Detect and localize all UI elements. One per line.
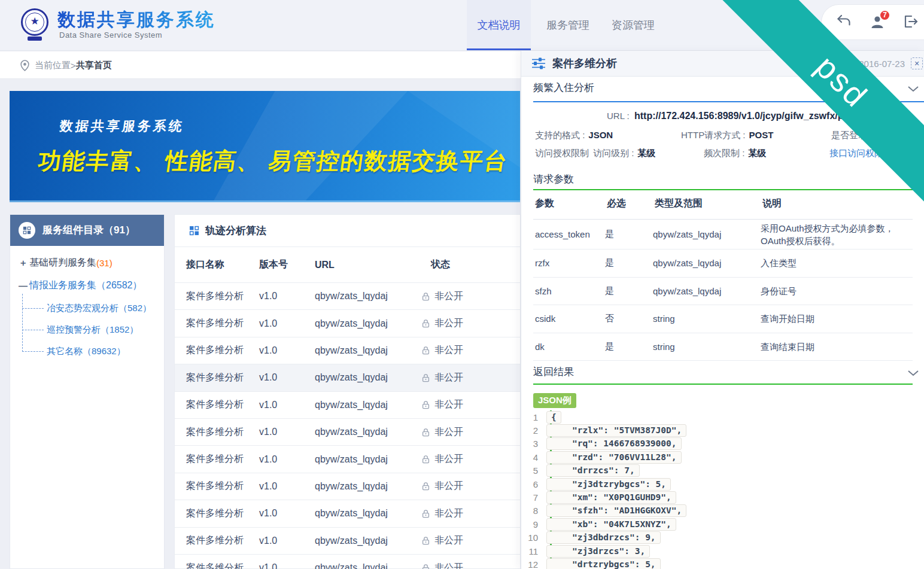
table-row[interactable]: 案件多维分析 v1.0 qbyw/zats_lqydaj 非公开 (175, 473, 520, 500)
section-divider-green (533, 384, 913, 385)
interface-name-cell: 案件多维分析 (175, 507, 259, 520)
tree-label: 巡控预警分析（1852） (47, 324, 138, 336)
breadcrumb-separator: > (71, 60, 76, 71)
screen: ★ 数据共享服务系统 Data Share Service System 文档说… (0, 0, 924, 569)
section-title-result: 返回结果 (533, 365, 574, 379)
code-text: "drrzcs": 7, (546, 464, 640, 477)
status-label: 非公开 (434, 317, 463, 330)
table-row[interactable]: 案件多维分析 v1.0 qbyw/zats_lqydaj 非公开 (175, 500, 520, 527)
badge-star-icon: ★ (19, 15, 50, 28)
undo-icon (836, 14, 852, 28)
lock-icon (422, 292, 430, 301)
lock-icon (422, 564, 430, 569)
column-header: 状态 (422, 258, 520, 271)
chevron-down-icon[interactable] (907, 370, 919, 376)
table-row[interactable]: 案件多维分析 v1.0 qbyw/zats_lqydaj 非公开 (175, 337, 520, 364)
tree-label: 基础研判服务集 (29, 257, 96, 269)
lock-icon (422, 536, 430, 545)
breadcrumb-label: 当前位置 (35, 60, 71, 71)
hero-banner: 数据共享服务系统 功能丰富、 性能高、 易管控的数据交换平台 (10, 91, 520, 202)
sidebar-item-intel-services[interactable]: — 情报业务服务集（26582） (19, 279, 142, 292)
expand-plus-icon[interactable]: ＋ (19, 257, 29, 269)
tab-resource-management[interactable]: 资源管理 (600, 0, 667, 50)
param-name: rzfx (533, 258, 605, 268)
status-cell: 非公开 (422, 507, 520, 520)
code-text: "zj3dbdrzcs": 9, (546, 531, 661, 544)
sidebar-item-basic-services[interactable]: ＋ 基础研判服务集 (31) (19, 257, 113, 269)
url-cell: qbyw/zats_lqydaj (315, 318, 422, 329)
table-row[interactable]: 案件多维分析 v1.0 qbyw/zats_lqydaj 非公开 (175, 446, 520, 473)
police-badge-logo: ★ (19, 7, 50, 44)
table-row[interactable]: 案件多维分析 v1.0 qbyw/zats_lqydaj 非公开 (175, 364, 520, 391)
app-subtitle: Data Share Service System (59, 31, 162, 39)
tab-service-management[interactable]: 服务管理 (534, 0, 601, 50)
status-label: 非公开 (434, 372, 463, 384)
table-row[interactable]: 案件多维分析 v1.0 qbyw/zats_lqydaj 非公开 (175, 392, 520, 419)
chevron-down-icon[interactable] (907, 86, 919, 92)
sidebar-header: 服务组件目录（91） (10, 215, 164, 246)
method-field: HTTP请求方式 :POST (681, 130, 773, 141)
interface-name-cell: 案件多维分析 (175, 453, 259, 465)
sidebar-child-item[interactable]: 其它名称（89632） (22, 340, 160, 362)
lock-icon (422, 319, 430, 328)
table-body: 案件多维分析 v1.0 qbyw/zats_lqydaj 非公开 案件多维分析 … (175, 283, 520, 569)
access-level-value: 某级 (637, 148, 655, 158)
close-button[interactable]: ✕ (911, 57, 923, 69)
table-row[interactable]: 案件多维分析 v1.0 qbyw/zats_lqydaj 非公开 (175, 310, 520, 337)
code-line: 2 "rzlx": "5TVM387J0D", (521, 424, 924, 437)
table-row[interactable]: 案件多维分析 v1.0 qbyw/zats_lqydaj 非公开 (175, 283, 520, 310)
tab-document-description[interactable]: 文档说明 (467, 0, 531, 50)
version-cell: v1.0 (259, 562, 315, 569)
lock-icon (422, 400, 430, 409)
code-text: "sfzh": "AD1HGGKOXV", (546, 504, 686, 517)
url-cell: qbyw/zats_lqydaj (315, 454, 422, 465)
param-desc: 采用OAuth授权方式为必填参数，OAuth授权后获得。 (761, 222, 913, 247)
meta-row-3: 访问授权限制 访问级别 :某级 频次限制 :某级 接口访问权限 (521, 148, 924, 163)
code-line: 12 "drtzrybgcs": 5, (521, 558, 924, 569)
status-cell: 非公开 (422, 562, 520, 569)
code-line: 4 "rzd": "706VV11L28", (521, 451, 924, 464)
interface-name-cell: 案件多维分析 (175, 398, 259, 411)
lock-icon (422, 482, 430, 491)
freq-label: 频次限制 : (704, 148, 744, 158)
table-section-header: 轨迹分析算法 (175, 215, 520, 247)
badge-band (28, 36, 42, 41)
status-label: 非公开 (434, 453, 463, 465)
version-cell: v1.0 (259, 345, 315, 356)
status-cell: 非公开 (422, 290, 520, 303)
collapse-minus-icon[interactable]: — (19, 281, 29, 291)
logout-icon (903, 14, 919, 29)
status-cell: 非公开 (422, 398, 520, 411)
code-text: { (546, 411, 561, 424)
logout-button[interactable] (903, 14, 919, 30)
table-row[interactable]: 案件多维分析 v1.0 qbyw/zats_lqydaj 非公开 (175, 528, 520, 555)
table-row[interactable]: 案件多维分析 v1.0 qbyw/zats_lqydaj 非公开 (175, 555, 520, 569)
param-type: qbyw/zats_lqydaj (653, 229, 761, 239)
user-button[interactable]: 7 (870, 14, 885, 30)
app-title: 数据共享服务系统 (57, 8, 215, 32)
status-label: 非公开 (434, 426, 463, 439)
status-cell: 非公开 (422, 453, 520, 465)
undo-button[interactable] (836, 14, 852, 30)
url-label: URL : (607, 111, 630, 121)
status-label: 非公开 (434, 562, 463, 569)
param-name: sfzh (533, 286, 605, 296)
table-row[interactable]: 案件多维分析 v1.0 qbyw/zats_lqydaj 非公开 (175, 419, 520, 446)
sidebar-child-item[interactable]: 冶安态势宏观分析（582） (22, 297, 160, 319)
lock-icon (422, 346, 430, 355)
notification-badge: 7 (879, 10, 890, 21)
lock-icon (422, 509, 430, 518)
tree-label: 冶安态势宏观分析（582） (47, 303, 151, 314)
url-cell: qbyw/zats_lqydaj (315, 427, 422, 437)
param-row: rzfx 是 qbyw/zats_lqydaj 入住类型 (533, 249, 913, 278)
url-cell: qbyw/zats_lqydaj (315, 535, 422, 546)
service-catalog-sidebar: 服务组件目录（91） ＋ 基础研判服务集 (31) — 情报业务服务集（2658… (10, 214, 165, 569)
line-number: 9 (521, 519, 545, 530)
param-required: 是 (605, 285, 653, 297)
auth-limit-label: 访问授权限制 (535, 148, 589, 159)
breadcrumb-current[interactable]: 共享首页 (76, 60, 112, 71)
param-desc: 查询结束日期 (761, 340, 913, 353)
banner-slogan: 功能丰富、 性能高、 易管控的数据交换平台 (36, 146, 510, 177)
sidebar-child-item[interactable]: 巡控预警分析（1852） (22, 319, 160, 340)
param-row: access_token 是 qbyw/zats_lqydaj 采用OAuth授… (533, 220, 913, 249)
